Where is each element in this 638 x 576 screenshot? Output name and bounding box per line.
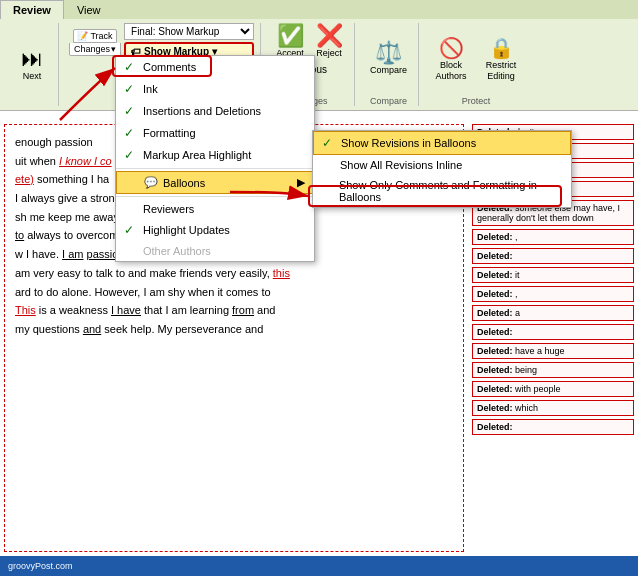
track-changes-dropdown[interactable]: Changes ▾ [69,43,121,56]
balloon-5: Deleted: , [472,229,634,245]
doc-inline-2: ete) [15,173,34,185]
ribbon: Review View ⏭ Next 📝 Track [0,0,638,111]
menu-item-insertions[interactable]: ✓ Insertions and Deletions [116,100,314,122]
menu-sep-2 [116,196,314,197]
balloon-12: Deleted: being [472,362,634,378]
menu-item-comments[interactable]: ✓ Comments [116,56,314,78]
balloon-6: Deleted: [472,248,634,264]
balloon-10: Deleted: [472,324,634,340]
compare-label: Compare [370,94,407,106]
track-changes-btn[interactable]: 📝 Track [73,29,116,43]
group-next: ⏭ Next [6,23,59,106]
chevron-icon: ▾ [111,44,116,54]
block-authors-button[interactable]: 🚫 Block Authors [429,36,473,82]
group-protect: 🚫 Block Authors 🔒 Restrict Editing Prote… [423,23,529,106]
check-insertions: ✓ [124,104,138,118]
menu-item-highlight-updates[interactable]: ✓ Highlight Updates [116,219,314,241]
menu-item-reviewers[interactable]: Reviewers [116,199,314,219]
next-label-left: Next [23,71,42,81]
bottom-bar: groovyPost.com [0,556,638,576]
balloons-icon: 💬 [144,176,158,189]
tab-view[interactable]: View [64,0,114,19]
track-changes-icon: 📝 [77,31,88,41]
balloon-7: Deleted: it [472,267,634,283]
check-ink: ✓ [124,82,138,96]
check-markup-area: ✓ [124,148,138,162]
balloons-submenu: ✓ Show Revisions in Balloons Show All Re… [312,130,572,208]
group-compare: ⚖️ Compare Compare [359,23,419,106]
next-button-left[interactable]: ⏭ Next [12,46,52,83]
ribbon-content: ⏭ Next 📝 Track Changes ▾ [0,19,638,110]
markup-mode-select[interactable]: Final: Show Markup [124,23,254,40]
doc-inline-1: I know I co [59,155,112,167]
reject-button[interactable]: ❌ Reject [311,23,347,60]
restrict-editing-button[interactable]: 🔒 Restrict Editing [479,36,523,82]
watermark-text: groovyPost.com [8,561,73,571]
doc-line-9: ard to do alone. However, I am shy when … [15,283,453,302]
submenu-show-comments[interactable]: Show Only Comments and Formatting in Bal… [313,175,571,207]
ribbon-tabs: Review View [0,0,638,19]
protect-label: Protect [462,94,491,106]
balloon-11: Deleted: have a huge [472,343,634,359]
menu-item-formatting[interactable]: ✓ Formatting [116,122,314,144]
doc-line-10: This is a weakness I have that I am lear… [15,301,453,320]
show-markup-dropdown-menu: ✓ Comments ✓ Ink ✓ Insertions and Deleti… [115,55,315,262]
balloon-8: Deleted: , [472,286,634,302]
next-icon-left: ⏭ [21,48,43,70]
menu-item-markup-area[interactable]: ✓ Markup Area Highlight [116,144,314,166]
block-authors-icon: 🚫 [439,36,464,60]
compare-button[interactable]: ⚖️ Compare [366,40,411,77]
balloons-arrow-icon: ▶ [297,176,305,189]
check-formatting: ✓ [124,126,138,140]
balloon-14: Deleted: which [472,400,634,416]
menu-sep-1 [116,168,314,169]
submenu-show-inline[interactable]: Show All Revisions Inline [313,155,571,175]
menu-item-balloons[interactable]: 💬 Balloons ▶ [116,171,314,194]
check-comments: ✓ [124,60,138,74]
check-highlight: ✓ [124,223,138,237]
doc-line-8: am very easy to talk to and make friends… [15,264,453,283]
tab-review[interactable]: Review [0,0,64,19]
balloon-13: Deleted: with people [472,381,634,397]
restrict-editing-icon: 🔒 [489,36,514,60]
balloon-9: Deleted: a [472,305,634,321]
check-show-revisions: ✓ [322,136,336,150]
submenu-show-revisions[interactable]: ✓ Show Revisions in Balloons [313,131,571,155]
menu-item-other-authors: Other Authors [116,241,314,261]
balloon-15: Deleted: [472,419,634,435]
menu-item-ink[interactable]: ✓ Ink [116,78,314,100]
doc-line-11: my questions and seek help. My persevera… [15,320,453,339]
